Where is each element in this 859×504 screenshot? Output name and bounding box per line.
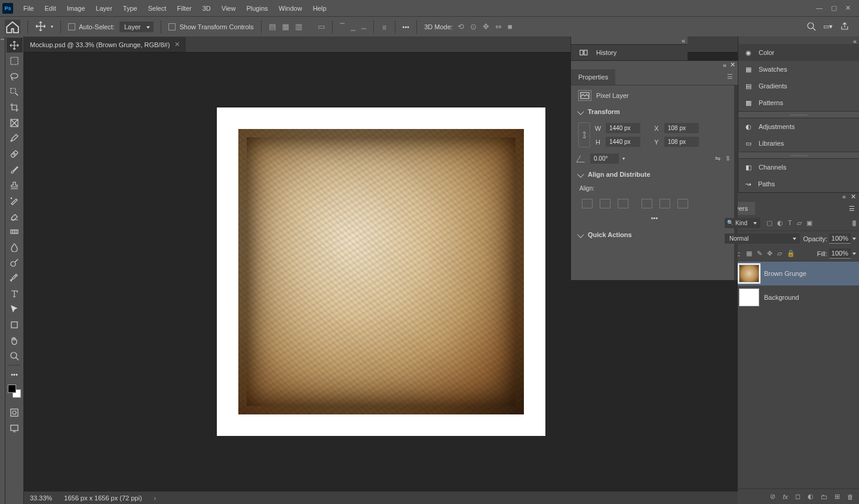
channels-panel-tab[interactable]: ◧Channels (738, 159, 859, 176)
3d-pan-icon[interactable]: ✥ (483, 22, 489, 31)
filter-pixel-icon[interactable]: ▢ (766, 219, 772, 227)
adjustment-layer-icon[interactable]: ◐ (808, 493, 814, 500)
window-maximize-icon[interactable]: ▢ (831, 4, 837, 12)
brush-tool[interactable] (7, 162, 23, 177)
screenmode-tool[interactable] (7, 420, 23, 435)
zoom-level[interactable]: 33.33% (30, 494, 52, 502)
zoom-tool[interactable] (7, 348, 23, 363)
close-tab-icon[interactable]: ✕ (174, 41, 180, 48)
align-left-icon[interactable]: ▤ (269, 22, 276, 31)
lock-position-icon[interactable]: ✥ (767, 250, 772, 257)
height-input[interactable] (606, 137, 640, 147)
frame-tool[interactable] (7, 115, 23, 130)
lasso-tool[interactable] (7, 69, 23, 84)
auto-select-target-dropdown[interactable]: Layer (119, 21, 154, 32)
gradient-tool[interactable] (7, 224, 23, 239)
distribute-icon[interactable]: ⫼ (381, 23, 388, 30)
paths-panel-tab[interactable]: ↝Paths (738, 176, 859, 192)
menu-3d[interactable]: 3D (197, 2, 216, 14)
auto-select-checkbox[interactable]: Auto-Select: (68, 23, 115, 30)
menu-window[interactable]: Window (274, 2, 308, 14)
width-input[interactable] (606, 123, 640, 133)
lock-brush-icon[interactable]: ✎ (757, 250, 762, 257)
hand-tool[interactable] (7, 333, 23, 348)
layers-menu-icon[interactable]: ☰ (844, 205, 859, 213)
filter-adjust-icon[interactable]: ◐ (777, 219, 783, 227)
align-bottom-icon[interactable]: ⎽ (361, 22, 366, 31)
panel-collapse-icon[interactable]: « (723, 62, 726, 69)
history-brush-tool[interactable] (7, 193, 23, 208)
window-minimize-icon[interactable]: — (816, 4, 823, 12)
path-select-tool[interactable] (7, 302, 23, 316)
link-wh-icon[interactable] (578, 122, 590, 147)
menu-edit[interactable]: Edit (39, 2, 62, 14)
flip-vertical-icon[interactable]: ⥮ (725, 155, 731, 162)
align-left-btn[interactable] (582, 199, 593, 208)
3d-slide-icon[interactable]: ⇔ (495, 22, 502, 31)
quickmask-tool[interactable] (7, 405, 23, 420)
more-options-icon[interactable]: ••• (403, 23, 410, 30)
chevron-down-icon[interactable]: ▾ (51, 24, 53, 29)
layer-filter-kind-dropdown[interactable]: Kind (725, 218, 760, 228)
quick-actions-header[interactable]: Quick Actions (578, 228, 731, 242)
share-icon[interactable] (840, 21, 849, 32)
align-right-icon[interactable]: ▥ (295, 22, 302, 31)
blur-tool[interactable] (7, 239, 23, 254)
layer-row-brown-grunge[interactable]: 👁 Brown Grunge (721, 262, 859, 285)
align-vcenter-btn[interactable] (659, 199, 670, 208)
angle-input[interactable] (590, 153, 619, 164)
filter-toggle[interactable] (852, 220, 856, 226)
filter-smart-icon[interactable]: ▣ (806, 219, 812, 227)
search-icon[interactable] (806, 21, 816, 32)
3d-orbit-icon[interactable]: ⟲ (458, 22, 464, 31)
filter-shape-icon[interactable]: ▱ (797, 219, 802, 227)
align-right-btn[interactable] (618, 199, 628, 208)
eraser-tool[interactable] (7, 208, 23, 223)
quick-select-tool[interactable] (7, 84, 23, 99)
fill-value[interactable]: 100% (829, 248, 851, 259)
document-tab[interactable]: Mockup.psd @ 33.3% (Brown Grunge, RGB/8#… (24, 37, 186, 52)
marquee-tool[interactable] (7, 53, 23, 68)
crop-tool[interactable] (7, 100, 23, 115)
menu-help[interactable]: Help (308, 2, 332, 14)
align-section-header[interactable]: Align and Distribute (578, 167, 731, 182)
layer-row-background[interactable]: 👁 Background (721, 285, 859, 309)
filter-type-icon[interactable]: T (788, 219, 792, 227)
lock-transparency-icon[interactable]: ▦ (746, 250, 752, 257)
menu-layer[interactable]: Layer (90, 2, 118, 14)
history-panel-tab[interactable]: History (571, 45, 688, 60)
align-center-h-icon[interactable]: ▦ (282, 22, 289, 31)
transform-section-header[interactable]: Transform (578, 105, 731, 119)
panel-menu-icon[interactable]: ☰ (722, 73, 738, 81)
layer-name[interactable]: Background (764, 294, 799, 301)
lock-artboard-icon[interactable]: ▱ (777, 250, 782, 257)
menu-view[interactable]: View (216, 2, 241, 14)
move-tool-icon[interactable] (35, 21, 46, 33)
menu-select[interactable]: Select (143, 2, 172, 14)
gradients-panel-tab[interactable]: ▤Gradients (738, 78, 859, 94)
blend-mode-dropdown[interactable]: Normal (725, 233, 800, 244)
fx-icon[interactable]: fx (783, 493, 788, 500)
3d-roll-icon[interactable]: ⊙ (470, 22, 477, 31)
dodge-tool[interactable] (7, 255, 23, 270)
align-single-icon[interactable]: ▭ (318, 22, 325, 31)
align-hcenter-btn[interactable] (600, 199, 610, 208)
healing-tool[interactable] (7, 146, 23, 161)
eyedropper-tool[interactable] (7, 131, 23, 146)
pen-tool[interactable] (7, 271, 23, 285)
right-collapse-icon[interactable]: « (853, 38, 857, 44)
y-input[interactable] (664, 137, 699, 147)
shape-tool[interactable] (7, 317, 23, 332)
delete-layer-icon[interactable]: 🗑 (847, 493, 854, 500)
layers-close-icon[interactable]: ✕ (851, 193, 856, 201)
window-close-icon[interactable]: ✕ (845, 4, 851, 12)
menu-filter[interactable]: Filter (171, 2, 197, 14)
mask-icon[interactable]: ◻ (795, 493, 800, 500)
new-layer-icon[interactable]: ⊞ (835, 493, 840, 500)
align-more-icon[interactable]: ••• (578, 212, 731, 224)
link-layers-icon[interactable]: ⊘ (770, 493, 775, 500)
type-tool[interactable] (7, 286, 23, 301)
color-panel-tab[interactable]: ◉Color (738, 44, 859, 61)
layer-thumbnail[interactable] (739, 265, 759, 282)
lock-all-icon[interactable]: 🔒 (787, 250, 795, 257)
